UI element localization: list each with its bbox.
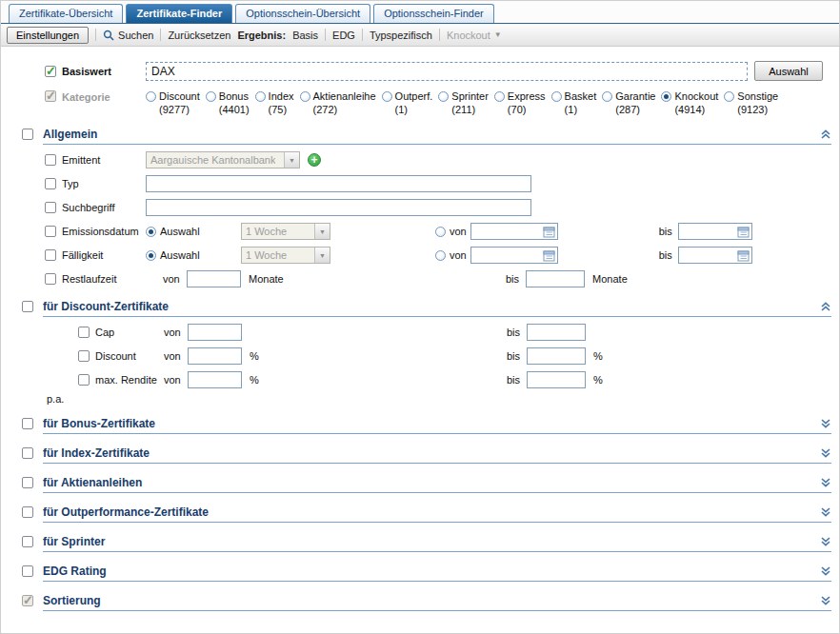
section-checkbox[interactable] [22, 536, 33, 547]
kategorie-option-count: (1) [395, 104, 433, 115]
kategorie-option[interactable]: Bonus (4401) [206, 90, 250, 115]
discount-von-input[interactable] [188, 347, 242, 365]
cap-checkbox[interactable] [78, 327, 90, 338]
section-checkbox[interactable] [22, 447, 33, 459]
emissionsdatum-von-input[interactable] [470, 223, 558, 240]
discount-checkbox[interactable] [78, 350, 90, 362]
faelligkeit-auswahl-radio[interactable] [146, 250, 156, 261]
kategorie-option[interactable]: Sonstige (9123) [724, 90, 778, 115]
kategorie-option[interactable]: Index (75) [255, 90, 294, 115]
calendar-icon[interactable] [737, 249, 750, 262]
expand-down-icon[interactable] [820, 595, 831, 606]
restlaufzeit-bis-input[interactable] [526, 270, 585, 287]
kategorie-option[interactable]: Knockout (4914) [661, 90, 718, 115]
typ-checkbox[interactable] [45, 178, 56, 189]
calendar-icon[interactable] [543, 249, 555, 262]
kategorie-radio[interactable] [382, 91, 392, 102]
kategorie-radio[interactable] [602, 91, 612, 102]
restlaufzeit-checkbox[interactable] [45, 273, 56, 285]
section-checkbox[interactable] [22, 477, 33, 488]
kategorie-option-label: Bonus [219, 90, 249, 102]
section-checkbox[interactable] [22, 506, 33, 518]
kategorie-option-count: (1) [565, 104, 597, 115]
kategorie-radio[interactable] [438, 91, 449, 102]
section-checkbox[interactable] [22, 418, 33, 429]
allgemein-checkbox[interactable] [22, 129, 33, 140]
kategorie-radio[interactable] [206, 91, 216, 102]
expand-down-icon[interactable] [820, 565, 831, 577]
ergebnis-typspezifisch-button[interactable]: Typspezifisch [370, 30, 432, 41]
suchbegriff-checkbox[interactable] [45, 202, 56, 213]
einstellungen-button[interactable]: Einstellungen [7, 27, 89, 44]
search-icon [103, 30, 114, 41]
cap-von-input[interactable] [188, 324, 242, 341]
typ-input[interactable] [146, 175, 531, 192]
faelligkeit-checkbox[interactable] [45, 249, 56, 261]
kategorie-options: Discount (9277) Bonus (4401) [146, 90, 835, 115]
kategorie-radio[interactable] [300, 91, 310, 102]
tab[interactable]: Zertifikate-Übersicht [9, 4, 123, 23]
basiswert-input[interactable] [146, 62, 748, 81]
rendite-checkbox[interactable] [78, 374, 90, 386]
basiswert-checkbox[interactable] [45, 66, 56, 77]
restlaufzeit-row: Restlaufzeit von Monate bis Monate [45, 270, 835, 287]
emissionsdatum-bis-input[interactable] [678, 223, 752, 240]
ergebnis-basis-button[interactable]: Basis [292, 30, 318, 41]
tab[interactable]: Optionsschein-Finder [373, 4, 494, 23]
section-title: für Sprinter [43, 535, 105, 548]
zuruecksetzen-button[interactable]: Zurücksetzen [168, 30, 230, 41]
emissionsdatum-checkbox[interactable] [45, 226, 56, 237]
cap-bis-input[interactable] [527, 324, 586, 341]
collapse-up-icon[interactable] [820, 301, 831, 312]
kategorie-radio[interactable] [551, 91, 562, 102]
expand-down-icon[interactable] [820, 506, 831, 518]
restlaufzeit-von-input[interactable] [187, 270, 241, 287]
expand-down-icon[interactable] [820, 447, 831, 459]
calendar-icon[interactable] [737, 226, 750, 238]
calendar-icon[interactable] [543, 226, 555, 238]
kategorie-radio[interactable] [146, 91, 156, 102]
section-checkbox[interactable] [22, 595, 33, 606]
kategorie-option[interactable]: Basket (1) [551, 90, 597, 115]
toolbar: Einstellungen Suchen Zurücksetzen Ergebn… [1, 24, 839, 47]
rendite-bis-input[interactable] [527, 371, 586, 388]
faelligkeit-von-radio[interactable] [435, 250, 446, 261]
emittent-checkbox[interactable] [45, 154, 56, 166]
basiswert-auswahl-button[interactable]: Auswahl [754, 61, 823, 81]
kategorie-option[interactable]: Express (70) [494, 90, 546, 115]
discount-bis-input[interactable] [527, 347, 586, 365]
expand-down-icon[interactable] [820, 477, 831, 488]
kategorie-option-label: Aktienanleihe [313, 90, 376, 102]
section-checkbox[interactable] [22, 565, 33, 577]
knockout-dropdown-label: Knockout [447, 30, 490, 41]
emissionsdatum-von-radio[interactable] [435, 227, 446, 237]
suchen-button[interactable]: Suchen [103, 30, 153, 41]
kategorie-option-label: Discount [159, 90, 200, 102]
expand-down-icon[interactable] [820, 418, 831, 429]
expand-down-icon[interactable] [820, 536, 831, 547]
discount-von-unit: % [250, 350, 259, 362]
tab[interactable]: Zertifikate-Finder [126, 4, 232, 23]
dropdown-arrow-icon: ▼ [314, 248, 330, 263]
faelligkeit-bis-input[interactable] [678, 247, 752, 264]
discount-section-checkbox[interactable] [22, 301, 33, 312]
tab[interactable]: Optionsschein-Übersicht [235, 4, 370, 23]
faelligkeit-von-input[interactable] [470, 247, 558, 264]
ergebnis-edg-button[interactable]: EDG [332, 30, 355, 41]
kategorie-option[interactable]: Discount (9277) [146, 90, 200, 115]
kategorie-radio[interactable] [255, 91, 266, 102]
kategorie-radio[interactable] [724, 91, 734, 102]
collapse-up-icon[interactable] [820, 129, 831, 140]
kategorie-option[interactable]: Aktienanleihe (272) [300, 90, 376, 115]
add-emittent-icon[interactable]: + [308, 153, 321, 167]
kategorie-radio[interactable] [661, 91, 671, 102]
rendite-von-input[interactable] [188, 371, 242, 388]
emissionsdatum-auswahl-radio[interactable] [146, 227, 156, 237]
kategorie-option[interactable]: Sprinter (211) [438, 90, 489, 115]
discount-label: Discount [95, 350, 163, 362]
kategorie-radio[interactable] [494, 91, 505, 102]
toolbar-separator [95, 29, 96, 41]
kategorie-option[interactable]: Outperf. (1) [382, 90, 433, 115]
suchbegriff-input[interactable] [146, 199, 531, 216]
kategorie-option[interactable]: Garantie (287) [602, 90, 655, 115]
